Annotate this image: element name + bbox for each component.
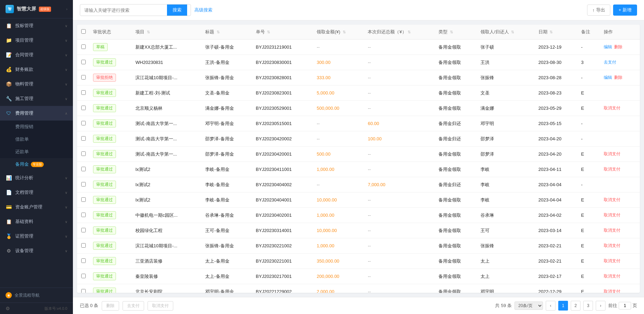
sidebar-collapse-icon[interactable]: › (66, 7, 67, 11)
sidebar-item-contract[interactable]: 📝 合同管理 ∨ (0, 48, 73, 62)
col-date[interactable]: 日期 ⇅ (535, 25, 578, 40)
row-checkbox[interactable] (81, 243, 86, 248)
row-checkbox[interactable] (81, 60, 86, 64)
row-checkbox[interactable] (81, 90, 86, 95)
batch-pay-button[interactable]: 去支付 (123, 301, 144, 311)
action-取消支付[interactable]: 取消支付 (604, 151, 620, 156)
col-person[interactable]: 领取人/归还人 ⇅ (477, 25, 535, 40)
sidebar-header[interactable]: 智 智慧大屏 超级版 › (0, 0, 73, 18)
col-title[interactable]: 标题 ⇅ (202, 25, 252, 40)
sidebar-item-expense[interactable]: 🛡 费用管理 ∧ (0, 106, 73, 121)
page-size-select[interactable]: 20条/页 50条/页 100条/页 (515, 301, 543, 310)
sidebar-item-fund[interactable]: 💳 资金账户管理 ∨ (0, 200, 73, 214)
type-cell: 备用金领取 (435, 284, 477, 293)
action-取消支付[interactable]: 取消支付 (604, 106, 620, 110)
sidebar-menu: 📋 投标管理 ∨ 📁 项目管理 ∨ 📝 合同管理 ∨ 💰 财务账款 ∨ 📦 物料… (0, 18, 73, 288)
col-repay[interactable]: 本次归还总额（¥）⇅ (364, 25, 435, 40)
select-all-checkbox[interactable] (81, 29, 86, 34)
docs-icon: 📄 (6, 189, 12, 196)
sidebar-item-basic[interactable]: 📋 基础资料 ∨ (0, 214, 73, 229)
col-project[interactable]: 项目 ⇅ (132, 25, 202, 40)
bidding-icon: 📋 (6, 23, 12, 29)
table-row: 审批通过 滨江花城10期项目-... 张振锋-备用金 BYJ2023022100… (77, 238, 640, 254)
action-编辑[interactable]: 编辑 (604, 75, 612, 80)
sidebar-item-device[interactable]: ⚙ 设备管理 ∨ (0, 243, 73, 258)
row-checkbox[interactable] (81, 106, 86, 110)
row-checkbox[interactable] (81, 167, 86, 171)
action-去支付[interactable]: 去支付 (604, 60, 616, 65)
version-text: 版本号:v4.0.0 (44, 306, 67, 311)
page-3-button[interactable]: 3 (583, 301, 593, 311)
row-checkbox[interactable] (81, 136, 86, 141)
search-input[interactable] (80, 6, 167, 15)
sidebar-item-stats[interactable]: 📊 统计分析 ∨ (0, 171, 73, 185)
action-cell: 取消支付 (600, 147, 640, 162)
table-row: 审批通过 WH20230831 王洪-备用金 BYJ20230830001 30… (77, 55, 640, 70)
sidebar-item-cert[interactable]: 🏅 证照管理 ∨ (0, 229, 73, 243)
action-取消支付[interactable]: 取消支付 (604, 197, 620, 202)
status-badge: 草稿 (93, 43, 108, 51)
receive-cell: -- (313, 116, 364, 131)
receive-cell: 1,000.00 (313, 162, 364, 177)
batch-cancel-pay-button[interactable]: 取消支付 (148, 301, 173, 311)
action-取消支付[interactable]: 取消支付 (604, 167, 620, 172)
action-取消支付[interactable]: 取消支付 (604, 289, 620, 293)
new-button[interactable]: + 新增 (613, 5, 637, 16)
data-table: 审批状态 项目 ⇅ 标题 ⇅ 单号 ⇅ 领取金额(¥) ⇅ 本次归还总额（¥）⇅… (77, 25, 640, 293)
row-checkbox[interactable] (81, 258, 86, 263)
date-cell: 2023-08-28 (535, 70, 578, 85)
sidebar-item-expense-report[interactable]: 费用报销 (0, 121, 73, 133)
row-checkbox[interactable] (81, 182, 86, 187)
jump-label: 前往 (608, 303, 617, 309)
sidebar-item-construction[interactable]: 🔧 施工管理 ∨ (0, 91, 73, 106)
action-取消支付[interactable]: 取消支付 (604, 243, 620, 248)
prev-page-button[interactable]: ‹ (546, 301, 555, 311)
batch-delete-button[interactable]: 删除 (102, 301, 119, 311)
export-button[interactable]: ↑ 导出 (587, 5, 610, 16)
action-取消支付[interactable]: 取消支付 (604, 274, 620, 279)
row-checkbox[interactable] (81, 151, 86, 156)
row-checkbox[interactable] (81, 228, 86, 232)
row-checkbox[interactable] (81, 75, 86, 80)
action-编辑[interactable]: 编辑 (604, 44, 612, 49)
page-1-button[interactable]: 1 (558, 301, 568, 311)
date-cell: 2023-12-19 (535, 40, 578, 55)
sidebar-item-label: 资金账户管理 (15, 204, 61, 210)
row-checkbox[interactable] (81, 121, 86, 125)
row-checkbox[interactable] (81, 289, 86, 293)
row-checkbox[interactable] (81, 197, 86, 202)
advanced-search-button[interactable]: 高级搜索 (194, 7, 212, 13)
action-取消支付[interactable]: 取消支付 (604, 213, 620, 217)
page-jump-input[interactable] (619, 302, 631, 309)
sidebar-item-loan[interactable]: 借款单 (0, 133, 73, 146)
row-checkbox[interactable] (81, 274, 86, 278)
next-page-button[interactable]: › (596, 301, 605, 311)
sidebar-footer[interactable]: ◉ 全景流程导航 (0, 288, 73, 303)
sidebar-item-bidding[interactable]: 📋 投标管理 ∨ (0, 18, 73, 33)
fund-icon: 💳 (6, 204, 12, 210)
action-取消支付[interactable]: 取消支付 (604, 228, 620, 233)
action-取消支付[interactable]: 取消支付 (604, 258, 620, 263)
sidebar-item-material[interactable]: 📦 物料管理 ∨ (0, 77, 73, 91)
no-cell: BYJ20230404001 (252, 192, 313, 208)
repay-cell: -- (364, 85, 435, 101)
receive-cell: 10,000.00 (313, 192, 364, 208)
sidebar-item-project[interactable]: 📁 项目管理 ∨ (0, 33, 73, 48)
row-checkbox[interactable] (81, 44, 86, 49)
search-button[interactable]: 搜索 (167, 5, 187, 16)
row-checkbox[interactable] (81, 213, 86, 217)
sidebar-item-finance[interactable]: 💰 财务账款 ∨ (0, 62, 73, 77)
col-no[interactable]: 单号 ⇅ (252, 25, 313, 40)
page-2-button[interactable]: 2 (571, 301, 580, 311)
col-receive[interactable]: 领取金额(¥) ⇅ (313, 25, 364, 40)
sidebar-item-petty-cash[interactable]: 备用金 专业版 (0, 158, 73, 171)
sidebar-badge: 超级版 (39, 7, 51, 12)
col-type[interactable]: 类型 ⇅ (435, 25, 477, 40)
batch-actions: 已选 0 条 删除 去支付 取消支付 (80, 301, 173, 311)
sidebar-item-repayment[interactable]: 还款单 (0, 146, 73, 158)
action-删除[interactable]: 删除 (614, 75, 622, 80)
settings-icon[interactable]: ⚙ (6, 306, 10, 311)
action-删除[interactable]: 删除 (614, 44, 622, 49)
sidebar-item-docs[interactable]: 📄 文档管理 ∨ (0, 185, 73, 200)
chevron-down-icon: ∨ (65, 234, 67, 238)
